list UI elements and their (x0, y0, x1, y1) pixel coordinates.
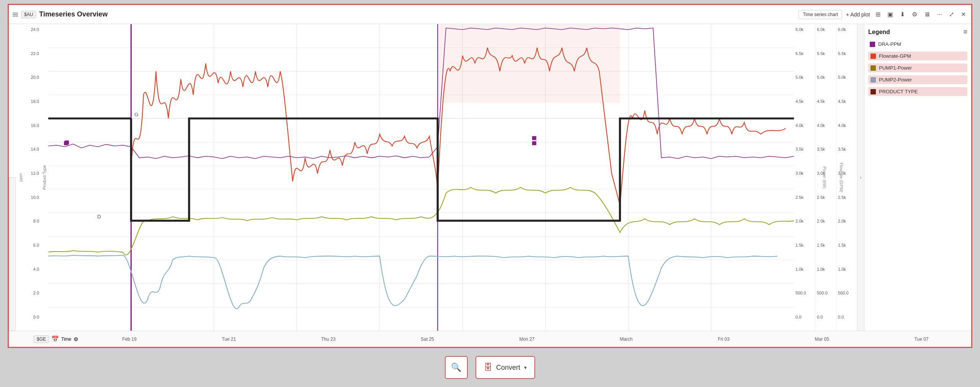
x-tick: March (620, 337, 632, 342)
y-tick: 3.0k (795, 171, 813, 176)
flowrate-gpm-color (871, 54, 876, 59)
y-tick: 5.5k (795, 51, 813, 56)
pump1-power-color (871, 65, 876, 71)
y-tick: 6.0k (817, 27, 835, 32)
y-tick: 20.0 (17, 75, 39, 80)
add-plot-button[interactable]: + Add plot (846, 11, 870, 18)
x-tick: Fri 03 (718, 337, 730, 342)
more-icon-button[interactable]: ··· (936, 10, 944, 20)
y-tick: 5.0k (795, 75, 813, 80)
x-tick: Tue 21 (222, 337, 236, 342)
y-tick: 4.0 (17, 267, 39, 272)
g-label: G (134, 112, 139, 117)
y-tick: 10.0 (17, 195, 39, 200)
search-icon: 🔍 (451, 363, 461, 372)
y-tick: 5.5k (838, 51, 856, 56)
flowrate-gpm-label: Flowrate (GPM) (839, 163, 844, 192)
y-tick: 4.0k (795, 123, 813, 128)
expand-right-button[interactable]: › (857, 24, 864, 331)
power-kw-label: Power (kW) (822, 166, 826, 188)
y-tick: 4.5k (795, 99, 813, 104)
y-axis-right-3: 6.0k 5.5k 5.0k 4.5k 4.0k 3.5k 3.0k 2.5k … (836, 24, 857, 331)
y-tick: 4.0k (817, 123, 835, 128)
x-tick: Mon 27 (519, 337, 534, 342)
y-tick: 5.5k (817, 51, 835, 56)
y-tick: 2.0k (795, 219, 813, 223)
close-icon-button[interactable]: ✕ (959, 9, 967, 20)
y-tick: 500.0 (795, 291, 813, 295)
dra-ppm-label: DRA-PPM (878, 41, 901, 47)
y-axis-left-label: ppm (18, 173, 23, 181)
svg-rect-0 (48, 24, 794, 331)
header-left: $AU Timeseries Overview (13, 10, 799, 18)
chart-title: Timeseries Overview (39, 10, 108, 18)
legend-item-dra-ppm[interactable]: DRA-PPM (868, 40, 967, 49)
chart-footer: $GE 📅 Time ⚙ Feb 19 Tue 21 Thu 23 Sat 25… (9, 331, 971, 347)
y-tick: 2.5k (838, 195, 856, 200)
monitor-icon-button[interactable]: 🖥 (923, 10, 932, 20)
legend-header: Legend ≡ (868, 28, 967, 36)
y-tick: 500.0 (817, 291, 835, 295)
y-tick: 1.0k (838, 267, 856, 272)
y-tick: 24.0 (17, 27, 39, 32)
time-series-button[interactable]: Time series chart (799, 10, 842, 19)
svg-rect-25 (438, 24, 620, 103)
y-tick: 3.5k (795, 147, 813, 151)
y-tick: 0.0 (17, 315, 39, 319)
x-tick: Mar 05 (815, 337, 829, 342)
time-label: Time (61, 337, 71, 342)
calendar-icon: 📅 (51, 335, 59, 343)
y-tick: 22.0 (17, 51, 39, 56)
d-label: D (97, 214, 101, 220)
y-tick: 3.5k (838, 147, 856, 151)
legend-item-product-type[interactable]: PRODUCT TYPE (868, 87, 967, 96)
settings-icon-button[interactable]: ⚙ (910, 9, 919, 20)
pump2-power-color (871, 77, 876, 83)
grid-icon-button[interactable]: ⊞ (874, 9, 882, 20)
y-axis-left: ppm 24.0 22.0 20.0 18.0 16.0 14.0 12.0 1… (16, 24, 41, 331)
convert-icon: 🗄 (484, 363, 492, 372)
y-axis-right-1: 6.0k 5.5k 5.0k 4.5k 4.0k 3.5k 3.0k 2.5k … (794, 24, 815, 331)
flowrate-gpm-label: Flowrate-GPM (879, 53, 911, 59)
y-tick: 4.5k (838, 99, 856, 104)
panel-icon-button[interactable]: ▣ (886, 9, 895, 20)
bottom-bar: 🔍 🗄 Convert ▾ (0, 348, 980, 387)
svg-rect-24 (532, 141, 536, 145)
y-tick: 8.0 (17, 219, 39, 223)
y-tick: 5.0k (838, 75, 856, 80)
drag-handle-icon[interactable] (13, 13, 18, 16)
x-axis-labels: Feb 19 Tue 21 Thu 23 Sat 25 Mon 27 March… (80, 337, 971, 342)
y-tick: 4.0k (838, 123, 856, 128)
expand-left-button[interactable]: ‹ (9, 177, 16, 331)
svg-rect-26 (65, 140, 69, 144)
legend-menu-button[interactable]: ≡ (963, 28, 967, 36)
y-tick: 2.0 (17, 291, 39, 295)
y-tick: 0.0 (838, 315, 856, 319)
pump1-power-label: PUMP1-Power (879, 65, 912, 71)
product-type-label: PRODUCT TYPE (879, 89, 918, 94)
convert-button[interactable]: 🗄 Convert ▾ (475, 356, 535, 379)
tag-badge[interactable]: $AU (21, 11, 36, 18)
download-icon-button[interactable]: ⬇ (898, 9, 906, 20)
y-tick: 2.5k (817, 195, 835, 200)
expand-icon-button[interactable]: ⤢ (947, 9, 956, 20)
y-tick: 18.0 (17, 99, 39, 104)
search-button[interactable]: 🔍 (445, 356, 468, 379)
footer-settings-button[interactable]: ⚙ (74, 336, 78, 342)
svg-rect-27 (532, 136, 536, 140)
y-tick: 0.0 (795, 315, 813, 319)
footer-tag[interactable]: $GE (34, 335, 49, 343)
chart-area[interactable]: G D (48, 24, 794, 331)
legend-item-pump1-power[interactable]: PUMP1-Power (868, 63, 967, 72)
x-tick: Thu 23 (321, 337, 335, 342)
y-tick: 1.5k (795, 243, 813, 247)
product-type-color (871, 89, 876, 94)
y-tick: 6.0k (838, 27, 856, 32)
y-tick: 500.0 (838, 291, 856, 295)
y-tick: 3.5k (817, 147, 835, 151)
y-tick: 1.5k (838, 243, 856, 247)
legend-item-pump2-power[interactable]: PUMP2-Power (868, 75, 967, 84)
legend-item-flowrate-gpm[interactable]: Flowrate-GPM (868, 52, 967, 60)
y-tick: 0.0 (817, 315, 835, 319)
convert-dropdown-icon: ▾ (524, 364, 527, 371)
